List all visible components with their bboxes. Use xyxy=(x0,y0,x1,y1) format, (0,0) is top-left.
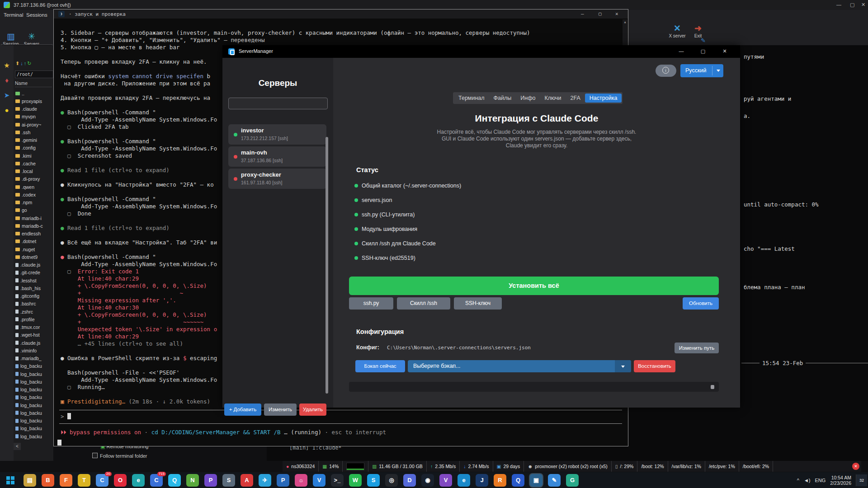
taskbar-app[interactable]: e xyxy=(132,474,145,487)
tree-item[interactable]: .nuget xyxy=(15,246,35,253)
tree-item[interactable]: .tmux.cor xyxy=(15,324,40,331)
tree-item[interactable]: .bash_his xyxy=(15,285,41,291)
tree-item[interactable]: .lesshst xyxy=(15,277,37,284)
taskbar-app[interactable]: Q xyxy=(168,474,181,487)
tree-item[interactable]: log_backu xyxy=(15,378,42,385)
sm-close-button[interactable]: ✕ xyxy=(718,48,731,54)
taskbar-app[interactable]: ◉ xyxy=(421,474,434,487)
language-dropdown[interactable]: Русский xyxy=(680,64,723,77)
tab-2FA[interactable]: 2FA xyxy=(566,94,585,103)
taskbar-app[interactable]: >_ xyxy=(331,474,344,487)
tab-Ключи[interactable]: Ключи xyxy=(540,94,566,103)
tree-item[interactable]: proxyapis xyxy=(15,98,42,104)
taskbar-app[interactable]: P xyxy=(277,474,289,487)
taskbar-app[interactable]: F xyxy=(60,474,72,487)
server-list-item[interactable]: investor173.212.212.157 [ssh] xyxy=(228,124,326,145)
minimize-button[interactable]: — xyxy=(836,2,841,7)
terminal-prompt[interactable]: > xyxy=(61,413,71,420)
info-button[interactable]: i xyxy=(656,65,676,77)
terminal-titlebar[interactable]: ❯ · запуск и проверка — ▢ ✕ xyxy=(54,9,628,19)
sm-minimize-button[interactable]: — xyxy=(675,48,688,54)
taskbar-app[interactable]: ✎ xyxy=(548,474,561,487)
tree-item[interactable]: .viminfo xyxy=(15,347,37,354)
tree-item[interactable]: .claude.js xyxy=(15,262,40,268)
tree-tool-icon[interactable]: ⬆ xyxy=(15,61,20,66)
delete-server-button[interactable]: Удалить xyxy=(299,404,326,416)
close-button[interactable]: ✕ xyxy=(861,2,865,8)
taskbar-app[interactable]: G xyxy=(566,474,579,487)
sidebar-scrollbar[interactable] xyxy=(326,137,328,394)
tree-tool-icon[interactable]: ↓ xyxy=(20,61,24,66)
tree-item[interactable]: .qwen xyxy=(15,183,34,190)
tree-item[interactable]: .. xyxy=(15,90,24,97)
tree-item[interactable]: .zshrc xyxy=(15,308,33,315)
tree-item[interactable]: go xyxy=(15,207,27,214)
taskbar-app[interactable]: D xyxy=(403,474,416,487)
tree-item[interactable]: endlessh xyxy=(15,230,41,237)
edit-server-button[interactable]: Изменить xyxy=(264,404,297,416)
tree-scroll-left[interactable]: < xyxy=(14,443,21,450)
tree-item[interactable]: .wget-hst xyxy=(15,332,40,338)
restore-button[interactable]: Восстановить xyxy=(634,360,675,372)
tree-item[interactable]: .cache xyxy=(15,160,36,167)
taskbar-app[interactable]: V xyxy=(313,474,326,487)
install-all-button[interactable]: Установить всё xyxy=(349,277,719,295)
tree-item[interactable]: .gemini xyxy=(15,137,37,144)
tree-item[interactable]: .claude xyxy=(15,106,37,113)
taskbar-app[interactable]: A xyxy=(241,474,253,487)
volume-icon[interactable]: ◄) xyxy=(804,478,811,483)
server-list-item[interactable]: proxy-checker161.97.118.40 [ssh] xyxy=(228,169,326,189)
tree-item[interactable]: log_backu xyxy=(15,409,42,416)
tree-column-header[interactable]: Name xyxy=(15,80,52,87)
taskbar-app[interactable]: Q xyxy=(512,474,524,487)
tree-item[interactable]: .npm xyxy=(15,199,32,206)
server-list-item[interactable]: main-ovh37.187.136.86 [ssh] xyxy=(228,146,326,167)
tab-Терминал[interactable]: Терминал xyxy=(454,94,489,103)
taskbar-app[interactable]: e xyxy=(458,474,470,487)
tree-item[interactable]: .codex xyxy=(15,191,36,198)
strip-icon[interactable]: ★ xyxy=(0,61,14,70)
tree-item[interactable]: log_backu xyxy=(15,433,42,440)
taskbar-app[interactable]: C20 xyxy=(96,474,108,487)
taskbar-app[interactable]: V xyxy=(439,474,452,487)
taskbar-app[interactable]: J xyxy=(476,474,488,487)
tray-chevron-icon[interactable]: ^ xyxy=(797,478,799,483)
tree-item[interactable]: .di-proxy xyxy=(15,176,40,183)
tree-item[interactable]: .claude.js xyxy=(15,339,40,346)
start-button[interactable] xyxy=(4,474,17,487)
x-server-button[interactable]: ✕ X server xyxy=(667,23,687,38)
tab-Файлы[interactable]: Файлы xyxy=(489,94,516,103)
tree-item[interactable]: .kimi xyxy=(15,152,32,159)
exit-button[interactable]: ➜ Exit xyxy=(688,23,708,38)
tree-item[interactable]: log_backu xyxy=(15,425,42,432)
menu-sessions[interactable]: Sessions xyxy=(26,12,47,18)
tree-item[interactable]: .bashrc xyxy=(15,300,36,307)
menu-terminal[interactable]: Terminal xyxy=(4,12,23,18)
monitor-close-button[interactable]: ✕ xyxy=(852,463,859,470)
taskbar-clock[interactable]: 10:54 AM 2/23/2026 xyxy=(830,475,851,486)
taskbar-app[interactable]: P xyxy=(204,474,217,487)
tree-item[interactable]: .profile xyxy=(15,316,35,323)
tree-tool-icon[interactable]: ↻ xyxy=(27,61,32,66)
strip-icon[interactable]: ♦ xyxy=(0,76,14,84)
tree-item[interactable]: mariadb-c xyxy=(15,222,43,229)
tree-item[interactable]: .dotnet xyxy=(15,238,36,245)
edit-icon[interactable]: ✎ xyxy=(701,37,706,44)
tree-item[interactable]: dotnet9 xyxy=(15,253,38,260)
strip-icon[interactable]: ● xyxy=(0,106,14,114)
taskbar-app[interactable]: O xyxy=(114,474,127,487)
tree-item[interactable]: .ssh xyxy=(15,129,30,136)
tree-item[interactable]: log_backu xyxy=(15,394,42,401)
tree-item[interactable]: .mariadb_ xyxy=(15,355,42,362)
tree-item[interactable]: .config xyxy=(15,145,36,151)
tree-path-input[interactable]: /root/ xyxy=(15,70,53,78)
backup-now-button[interactable]: Бэкап сейчас xyxy=(355,360,405,372)
change-path-button[interactable]: Изменить путь xyxy=(675,343,719,353)
tab-Инфо[interactable]: Инфо xyxy=(516,94,540,103)
taskbar-app[interactable]: T xyxy=(78,474,90,487)
notification-center[interactable]: 32 xyxy=(856,474,867,486)
taskbar-app[interactable]: N xyxy=(186,474,199,487)
tab-Настройка[interactable]: Настройка xyxy=(585,94,622,103)
taskbar-app[interactable]: S xyxy=(222,474,235,487)
taskbar-app[interactable]: B xyxy=(42,474,54,487)
